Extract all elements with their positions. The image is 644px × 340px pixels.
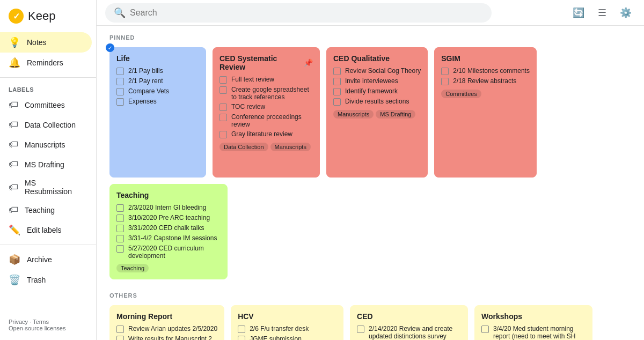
checkbox[interactable] bbox=[116, 204, 124, 212]
checkbox[interactable] bbox=[441, 68, 449, 75]
sidebar-label: Data Collection bbox=[25, 121, 76, 129]
note-title: HCV bbox=[238, 312, 336, 321]
tag[interactable]: Teaching bbox=[116, 264, 149, 272]
app-header: ✓ Keep bbox=[0, 4, 96, 32]
checkbox[interactable] bbox=[116, 235, 124, 242]
note-item: Divide results sections bbox=[333, 98, 421, 106]
notes-label: Notes bbox=[27, 38, 47, 47]
tag[interactable]: Committees bbox=[441, 90, 481, 98]
note-item: 2/1 Pay bills bbox=[116, 67, 199, 75]
sidebar-item-reminders[interactable]: 🔔 Reminders bbox=[0, 53, 92, 73]
sidebar-item-teaching[interactable]: 🏷 Teaching bbox=[0, 200, 92, 220]
note-title: CED Qualitative bbox=[333, 54, 421, 63]
sidebar-item-notes[interactable]: 💡 Notes bbox=[0, 32, 92, 53]
refresh-button[interactable]: 🔄 bbox=[569, 3, 588, 23]
checkbox[interactable] bbox=[441, 78, 449, 85]
checkbox[interactable] bbox=[116, 68, 124, 75]
main-content: PINNED ✓ Life 2/1 Pay bills 2/1 Pay rent… bbox=[97, 26, 644, 340]
note-card-workshops[interactable]: Workshops 3/4/20 Med student morning rep… bbox=[474, 305, 592, 340]
checkbox[interactable] bbox=[238, 336, 245, 340]
tag[interactable]: Data Collection bbox=[219, 143, 268, 151]
checkbox[interactable] bbox=[116, 98, 124, 106]
checkbox[interactable] bbox=[219, 131, 227, 138]
archive-label: Archive bbox=[27, 255, 52, 264]
checkbox[interactable] bbox=[481, 326, 489, 333]
checkbox[interactable] bbox=[333, 68, 341, 75]
change-color-button[interactable]: 🎨 bbox=[251, 156, 265, 171]
note-title: Life bbox=[116, 54, 199, 63]
tag[interactable]: Manuscripts bbox=[270, 143, 311, 151]
checkbox[interactable] bbox=[333, 98, 341, 106]
checkbox[interactable] bbox=[357, 326, 364, 333]
note-card-ced-systematic[interactable]: CED Systematic Review 📌 Full text review… bbox=[213, 47, 320, 178]
sidebar-item-archive[interactable]: 📦 Archive bbox=[0, 249, 92, 270]
reminders-icon: 🔔 bbox=[9, 57, 20, 69]
checkbox[interactable] bbox=[116, 245, 124, 253]
note-item: 2/6 F/u transfer desk bbox=[238, 325, 336, 333]
note-item: 3/31/2020 CED chalk talks bbox=[116, 224, 221, 232]
note-title: Workshops bbox=[481, 312, 586, 321]
add-image-button[interactable]: 🖼 bbox=[267, 156, 281, 171]
sidebar-item-manuscripts[interactable]: 🏷 Manuscripts bbox=[0, 135, 92, 154]
note-item: 3/31-4/2 Capstone IM sessions bbox=[116, 234, 221, 242]
more-options-button[interactable]: ⋮ bbox=[299, 156, 313, 171]
checkbox[interactable] bbox=[219, 104, 227, 111]
note-item: 2/1 Pay rent bbox=[116, 77, 199, 85]
sidebar-footer: Privacy · Terms Open-source licenses bbox=[0, 314, 96, 336]
topbar-actions: 🔄 ☰ ⚙️ bbox=[569, 3, 635, 23]
note-card-morning-report[interactable]: Morning Report Review Arian updates 2/5/… bbox=[109, 305, 224, 340]
label-icon: 🏷 bbox=[9, 99, 18, 110]
note-item: TOC review bbox=[219, 103, 313, 111]
note-item: Review Social Cog Theory bbox=[333, 67, 421, 75]
privacy-link[interactable]: Privacy bbox=[9, 319, 28, 325]
note-card-sgim[interactable]: SGIM 2/10 Milestones comments 2/18 Revie… bbox=[434, 47, 537, 178]
checkbox[interactable] bbox=[219, 114, 227, 121]
search-input[interactable] bbox=[130, 8, 483, 18]
checkbox[interactable] bbox=[333, 78, 341, 85]
sidebar-item-edit-labels[interactable]: ✏️ Edit labels bbox=[0, 220, 92, 240]
open-source-link[interactable]: Open-source licenses bbox=[9, 325, 65, 331]
add-collaborator-button[interactable]: 👤 bbox=[236, 156, 250, 171]
sidebar-item-ms-resubmission[interactable]: 🏷 MS Resubmission bbox=[0, 174, 92, 200]
pinned-section-label: PINNED bbox=[109, 34, 631, 41]
checkbox[interactable] bbox=[238, 326, 245, 333]
note-title: Teaching bbox=[116, 191, 221, 199]
sidebar-item-ms-drafting[interactable]: 🏷 MS Drafting bbox=[0, 154, 92, 174]
add-reminder-button[interactable]: 🔔 bbox=[219, 156, 233, 171]
checkbox[interactable] bbox=[116, 336, 124, 340]
view-toggle-button[interactable]: ☰ bbox=[592, 3, 612, 23]
checkbox[interactable] bbox=[116, 88, 124, 95]
sidebar-item-trash[interactable]: 🗑️ Trash bbox=[0, 270, 92, 290]
checkbox[interactable] bbox=[219, 76, 227, 84]
note-item: Review Arian updates 2/5/2020 bbox=[116, 325, 217, 333]
checkbox[interactable] bbox=[333, 88, 341, 95]
labels-section: LABELS bbox=[0, 82, 96, 95]
sidebar-label: Manuscripts bbox=[25, 141, 65, 149]
note-card-teaching[interactable]: Teaching 2/3/2020 Intern GI bleeding 3/1… bbox=[109, 184, 228, 279]
checkbox[interactable] bbox=[116, 78, 124, 85]
note-card-hcv[interactable]: HCV 2/6 F/u transfer desk JGME submissio… bbox=[231, 305, 343, 340]
sidebar-item-committees[interactable]: 🏷 Committees bbox=[0, 95, 92, 115]
note-card-life[interactable]: ✓ Life 2/1 Pay bills 2/1 Pay rent Compar… bbox=[109, 47, 206, 178]
search-bar[interactable]: 🔍 bbox=[105, 3, 492, 23]
checkbox[interactable] bbox=[116, 225, 124, 232]
note-card-ced-qualitative[interactable]: CED Qualitative Review Social Cog Theory… bbox=[326, 47, 428, 178]
checkbox[interactable] bbox=[116, 215, 124, 222]
checkbox[interactable] bbox=[219, 86, 227, 94]
checked-indicator: ✓ bbox=[106, 43, 114, 52]
note-tags: Data Collection Manuscripts bbox=[219, 143, 313, 151]
settings-button[interactable]: ⚙️ bbox=[616, 3, 635, 23]
sidebar-item-data-collection[interactable]: 🏷 Data Collection bbox=[0, 115, 92, 135]
reminders-label: Reminders bbox=[27, 58, 63, 67]
tag[interactable]: MS Drafting bbox=[376, 110, 415, 119]
note-tags: Teaching bbox=[116, 264, 221, 272]
archive-note-button[interactable]: 📦 bbox=[283, 156, 297, 171]
sidebar-label: Teaching bbox=[25, 206, 55, 215]
note-item: Identify framework bbox=[333, 87, 421, 95]
note-card-ced-others[interactable]: CED 2/14/2020 Review and create updated … bbox=[350, 305, 468, 340]
tag[interactable]: Manuscripts bbox=[333, 110, 374, 119]
note-item: 3/4/20 Med student morning report (need … bbox=[481, 325, 586, 340]
note-item: Compare Vets bbox=[116, 87, 199, 95]
checkbox[interactable] bbox=[116, 326, 124, 333]
terms-link[interactable]: Terms bbox=[33, 319, 49, 325]
